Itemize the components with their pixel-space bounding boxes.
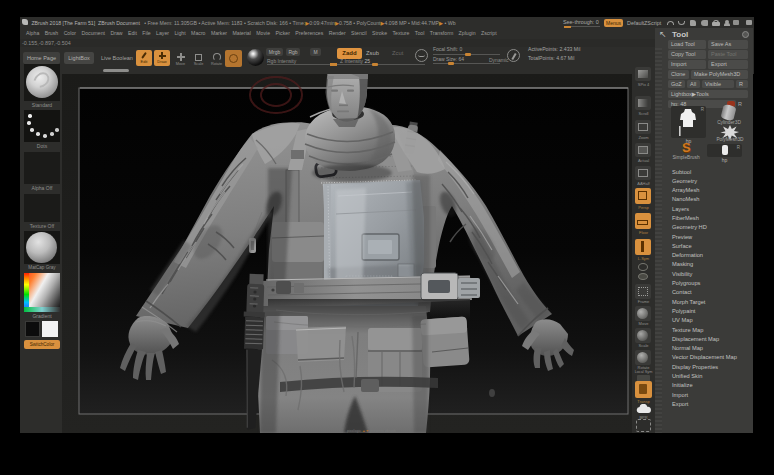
svg-text:pixologic ▲▼ presents zbrush: pixologic ▲▼ presents zbrush — [347, 429, 396, 433]
